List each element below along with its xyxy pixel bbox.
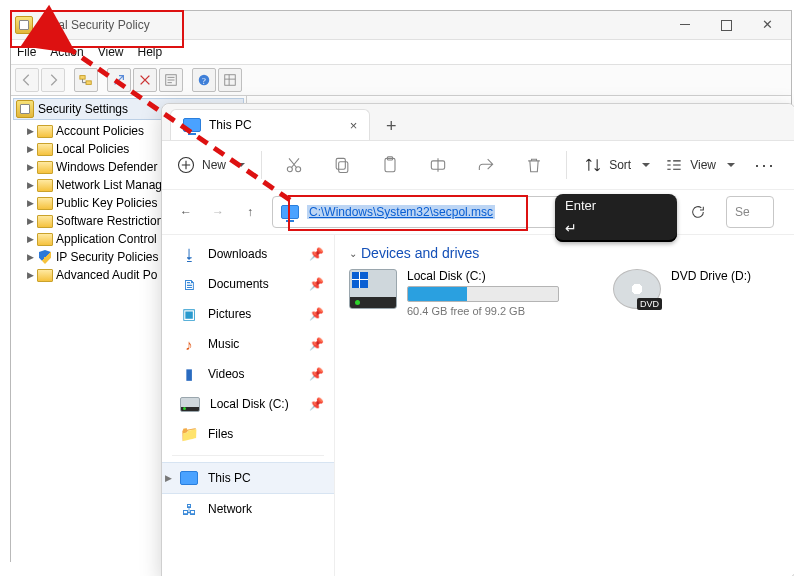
sidebar-item-downloads[interactable]: ⭳Downloads📌 xyxy=(162,239,334,269)
folder-icon xyxy=(37,232,53,246)
svg-text:?: ? xyxy=(202,76,206,86)
drive-free-space: 60.4 GB free of 99.2 GB xyxy=(407,305,559,317)
drive-name: DVD Drive (D:) xyxy=(671,269,751,283)
sidebar-item-pictures[interactable]: ▣Pictures📌 xyxy=(162,299,334,329)
window-title: Local Security Policy xyxy=(39,18,150,32)
folder-icon xyxy=(37,178,53,192)
chevron-right-icon: ▶ xyxy=(27,162,37,172)
chevron-right-icon: ▶ xyxy=(27,144,37,154)
sidebar-item-label: Network xyxy=(208,502,252,516)
nav-forward-button[interactable]: → xyxy=(208,205,228,219)
tree-item-label: Application Control xyxy=(56,232,157,246)
search-placeholder: Se xyxy=(735,205,750,219)
refresh-button[interactable] xyxy=(682,196,714,228)
sort-icon xyxy=(583,155,603,175)
nav-back-button[interactable]: ← xyxy=(176,205,196,219)
pin-icon: 📌 xyxy=(309,397,324,411)
search-box[interactable]: Se xyxy=(726,196,774,228)
sidebar-item-documents[interactable]: 🗎Documents📌 xyxy=(162,269,334,299)
menu-view[interactable]: View xyxy=(98,45,124,59)
maximize-button[interactable] xyxy=(705,12,747,38)
lsp-menubar: File Action View Help xyxy=(11,40,791,65)
help-icon[interactable]: ? xyxy=(192,68,216,92)
chevron-right-icon: ▶ xyxy=(27,216,37,226)
menu-help[interactable]: Help xyxy=(138,45,163,59)
folder-icon xyxy=(37,160,53,174)
plus-circle-icon xyxy=(176,155,196,175)
chevron-right-icon: ▶ xyxy=(27,126,37,136)
sidebar-item-music[interactable]: ♪Music📌 xyxy=(162,329,334,359)
section-devices-and-drives[interactable]: ⌄ Devices and drives xyxy=(349,245,781,261)
explorer-main-pane: ⌄ Devices and drives Local Disk (C:) 60.… xyxy=(335,235,794,576)
address-bar-pc-icon xyxy=(281,205,299,219)
sort-label: Sort xyxy=(609,158,631,172)
security-settings-icon xyxy=(16,100,34,118)
local-disk-icon xyxy=(349,269,397,309)
more-options-button[interactable]: ··· xyxy=(749,149,781,181)
chevron-right-icon: ▶ xyxy=(27,180,37,190)
paste-icon[interactable] xyxy=(374,149,406,181)
sidebar-item-icon: ♪ xyxy=(180,336,198,352)
drive-local-disk-c[interactable]: Local Disk (C:) 60.4 GB free of 99.2 GB xyxy=(349,269,559,317)
export-list-icon[interactable] xyxy=(107,68,131,92)
cut-icon[interactable] xyxy=(278,149,310,181)
sidebar-item-label: Files xyxy=(208,427,233,441)
folder-icon xyxy=(37,124,53,138)
new-button[interactable]: New xyxy=(176,149,245,181)
dvd-drive-icon: DVD xyxy=(613,269,661,309)
sort-button[interactable]: Sort xyxy=(583,149,650,181)
delete-icon[interactable] xyxy=(518,149,550,181)
folder-icon xyxy=(37,142,53,156)
sidebar-item-icon: ⭳ xyxy=(180,246,198,262)
toolbar-divider xyxy=(261,151,262,179)
lsp-titlebar[interactable]: Local Security Policy xyxy=(11,11,791,40)
toolbar-folder-tree-icon[interactable] xyxy=(74,68,98,92)
forward-button[interactable] xyxy=(41,68,65,92)
lsp-toolbar: ? xyxy=(11,65,791,96)
enter-key-glyph: ↵ xyxy=(565,220,577,236)
this-pc-icon xyxy=(180,471,198,485)
drive-usage-bar xyxy=(407,286,559,302)
tab-this-pc[interactable]: This PC × xyxy=(170,109,370,140)
sidebar-item-videos[interactable]: ▮Videos📌 xyxy=(162,359,334,389)
delete-icon[interactable] xyxy=(133,68,157,92)
view-button[interactable]: View xyxy=(664,149,735,181)
tree-item-label: Network List Manag xyxy=(56,178,162,192)
sidebar-item-files[interactable]: 📁Files xyxy=(162,419,334,449)
menu-action[interactable]: Action xyxy=(50,45,83,59)
toolbar-separator xyxy=(67,69,72,91)
properties-icon[interactable] xyxy=(159,68,183,92)
back-button[interactable] xyxy=(15,68,39,92)
sidebar-item-this-pc[interactable]: ▶This PC xyxy=(162,462,334,494)
share-icon[interactable] xyxy=(470,149,502,181)
section-title: Devices and drives xyxy=(361,245,479,261)
close-button[interactable] xyxy=(747,12,787,36)
nav-up-button[interactable]: ↑ xyxy=(240,205,260,219)
chevron-right-icon: ▶ xyxy=(165,473,172,483)
toolbar-grid-icon[interactable] xyxy=(218,68,242,92)
tree-root-label: Security Settings xyxy=(38,102,128,116)
address-path[interactable]: C:\Windows\System32\secpol.msc xyxy=(307,205,495,219)
folder-icon xyxy=(37,268,53,282)
sidebar-item-icon: ▣ xyxy=(180,306,198,322)
sidebar-item-label: Local Disk (C:) xyxy=(210,397,289,411)
tab-title: This PC xyxy=(209,118,252,132)
tab-close-button[interactable]: × xyxy=(350,118,358,133)
sidebar-item-network[interactable]: 🖧Network xyxy=(162,494,334,524)
drive-dvd-d[interactable]: DVD DVD Drive (D:) xyxy=(613,269,751,317)
copy-icon[interactable] xyxy=(326,149,358,181)
windows-logo-icon xyxy=(352,272,368,288)
rename-icon[interactable] xyxy=(422,149,454,181)
toolbar-separator xyxy=(185,69,190,91)
menu-file[interactable]: File xyxy=(17,45,36,59)
sidebar-item-local-disk-c-[interactable]: Local Disk (C:)📌 xyxy=(162,389,334,419)
svg-rect-0 xyxy=(80,76,85,80)
toolbar-separator xyxy=(100,69,105,91)
pin-icon: 📌 xyxy=(309,337,324,351)
sidebar-item-label: Videos xyxy=(208,367,244,381)
sidebar-item-label: Documents xyxy=(208,277,269,291)
minimize-button[interactable] xyxy=(665,12,705,36)
folder-icon xyxy=(37,214,53,228)
new-tab-button[interactable]: + xyxy=(376,112,406,140)
tree-item-label: IP Security Policies xyxy=(56,250,159,264)
